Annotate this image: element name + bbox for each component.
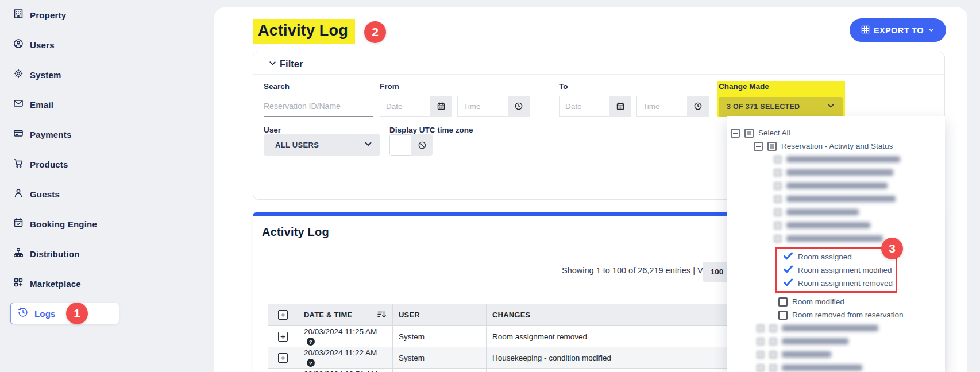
blurred-label <box>786 222 870 228</box>
tree-item-room-assignment-modified[interactable]: Room assignment modified <box>780 264 893 277</box>
row-expand-icon[interactable] <box>278 353 288 363</box>
tree-item-label: Reservation - Activity and Status <box>781 142 893 150</box>
tree-item-redacted[interactable] <box>727 335 945 348</box>
cell-user: System <box>393 326 487 347</box>
page-title: Activity Log <box>258 22 348 39</box>
tree-item-label: Room assignment modified <box>798 266 892 274</box>
sidebar-item-marketplace[interactable]: Marketplace <box>0 269 214 299</box>
tree-item-redacted[interactable] <box>727 361 945 372</box>
clock-icon[interactable] <box>508 96 530 117</box>
tree-item-redacted[interactable] <box>727 166 945 179</box>
sidebar-item-products[interactable]: Products <box>0 149 214 179</box>
tree-item-label: Room modified <box>792 297 844 306</box>
collapse-toggle-icon[interactable] <box>754 142 763 151</box>
unchecked-checkbox[interactable] <box>778 297 788 307</box>
tree-item-select-all[interactable]: Select All <box>727 126 945 140</box>
calendar-icon[interactable] <box>609 96 631 117</box>
tree-item-room-assignment-removed[interactable]: Room assignment removed <box>780 277 893 290</box>
property-building-icon <box>13 8 24 22</box>
sidebar-item-label: Marketplace <box>30 279 81 289</box>
blurred-checkbox <box>769 324 777 332</box>
checked-checkbox-icon[interactable] <box>783 264 793 276</box>
export-to-button[interactable]: EXPORT TO <box>850 18 946 42</box>
cell-user: System <box>393 347 487 369</box>
tree-item-room-removed-from-reservation[interactable]: Room removed from reservation <box>727 308 945 321</box>
from-date-input[interactable] <box>380 96 430 117</box>
tree-item-redacted[interactable] <box>727 321 945 335</box>
sidebar-item-system[interactable]: System <box>0 60 214 90</box>
annotation-badge-1: 1 <box>66 303 88 324</box>
unchecked-checkbox[interactable] <box>778 311 788 320</box>
tree-item-redacted[interactable] <box>727 219 945 232</box>
utc-timezone-input[interactable] <box>389 134 411 156</box>
cell-datetime: 20/03/2024 11:25 AM? <box>298 326 393 347</box>
search-input[interactable] <box>264 96 373 117</box>
page-title-highlight: Activity Log <box>253 19 355 44</box>
user-label: User <box>264 126 281 134</box>
tree-item-reservation-activity-and-status[interactable]: Reservation - Activity and Status <box>727 140 945 153</box>
tree-item-redacted[interactable] <box>727 153 945 166</box>
blurred-label <box>782 365 862 371</box>
sidebar-item-label: Guests <box>30 189 60 199</box>
filter-collapse-toggle[interactable]: Filter <box>269 59 303 69</box>
guests-person-icon <box>13 187 24 201</box>
sidebar-item-label: Products <box>30 160 68 169</box>
blurred-checkbox <box>774 169 782 177</box>
clock-icon[interactable] <box>687 96 709 117</box>
sidebar-item-logs[interactable]: Logs <box>0 299 214 328</box>
sidebar-item-guests[interactable]: Guests <box>0 179 214 209</box>
system-gear-icon <box>13 68 24 82</box>
page-size-value: 100 <box>711 268 724 276</box>
change-made-select[interactable]: 3 OF 371 SELECTED <box>719 97 843 117</box>
to-date-input[interactable] <box>559 96 609 117</box>
tree-item-redacted[interactable] <box>727 232 945 245</box>
blurred-label <box>786 235 883 242</box>
checked-checkbox-icon[interactable] <box>783 277 793 289</box>
sidebar-item-payments[interactable]: Payments <box>0 119 214 149</box>
to-date-group <box>559 96 631 117</box>
marketplace-grid-icon <box>13 277 24 290</box>
checked-checkbox-icon[interactable] <box>783 251 793 263</box>
calendar-icon[interactable] <box>430 96 452 117</box>
payments-card-icon <box>13 127 24 141</box>
to-time-input[interactable] <box>636 96 687 117</box>
blurred-checkbox <box>774 182 782 190</box>
blurred-label <box>786 156 900 162</box>
tree-item-room-modified[interactable]: Room modified <box>727 295 945 308</box>
filter-title: Filter <box>280 59 303 69</box>
blurred-label <box>786 183 888 189</box>
clear-blocked-icon[interactable] <box>411 134 433 156</box>
annotation-badge-2: 2 <box>364 21 386 43</box>
blurred-label <box>786 209 859 215</box>
sidebar-item-booking-engine[interactable]: Booking Engine <box>0 209 214 239</box>
annotation-badge-3: 3 <box>881 238 903 259</box>
blurred-label <box>782 325 878 331</box>
question-icon: ? <box>307 338 315 346</box>
sidebar-item-distribution[interactable]: Distribution <box>0 239 214 269</box>
user-select[interactable]: ALL USERS <box>264 134 380 156</box>
blurred-expander <box>757 324 765 332</box>
expand-all-icon[interactable] <box>278 310 288 320</box>
tristate-checkbox[interactable] <box>767 142 777 151</box>
sidebar-item-users[interactable]: Users <box>0 30 214 60</box>
sort-icon[interactable] <box>377 309 387 321</box>
tree-item-redacted[interactable] <box>727 192 945 206</box>
blurred-checkbox <box>769 351 777 359</box>
tristate-checkbox[interactable] <box>744 129 754 138</box>
collapse-toggle-icon[interactable] <box>731 129 740 138</box>
tree-item-room-assigned[interactable]: Room assigned <box>780 250 893 264</box>
sidebar-item-label: Payments <box>30 130 71 140</box>
distribution-sitemap-icon <box>13 247 24 261</box>
tree-item-redacted[interactable] <box>727 348 945 361</box>
from-time-input[interactable] <box>457 96 508 117</box>
column-header-datetime[interactable]: DATE & TIME <box>298 304 393 326</box>
sidebar-item-email[interactable]: Email <box>0 90 214 119</box>
users-icon <box>13 38 24 52</box>
column-header-user[interactable]: USER <box>393 304 487 326</box>
tree-item-redacted[interactable] <box>727 206 945 219</box>
row-expand-icon[interactable] <box>278 332 288 342</box>
tree-item-redacted[interactable] <box>727 179 945 192</box>
tree-item-label: Room removed from reservation <box>792 311 904 319</box>
change-made-label: Change Made <box>719 82 769 91</box>
sidebar-item-property[interactable]: Property <box>0 0 214 30</box>
